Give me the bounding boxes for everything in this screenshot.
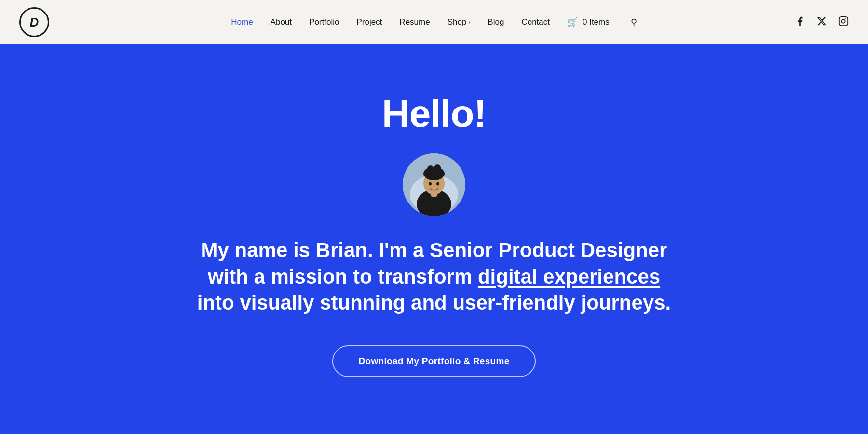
nav-home[interactable]: Home: [231, 17, 253, 27]
svg-point-10: [427, 165, 434, 175]
cart-label: 0 Items: [583, 17, 610, 27]
logo-letter: D: [30, 15, 39, 30]
nav-resume[interactable]: Resume: [399, 17, 430, 27]
main-nav: Home About Portfolio Project Resume Shop…: [231, 17, 637, 27]
download-button[interactable]: Download My Portfolio & Resume: [332, 345, 535, 377]
svg-point-1: [841, 19, 845, 23]
svg-point-12: [429, 182, 432, 186]
hero-underline-text: digital experiences: [478, 265, 660, 288]
shop-chevron-icon: ›: [468, 19, 470, 26]
svg-point-2: [845, 18, 846, 19]
cart-icon: 🛒: [567, 17, 578, 27]
nav-project[interactable]: Project: [356, 17, 382, 27]
logo-area: D: [19, 7, 49, 37]
header: D Home About Portfolio Project Resume Sh…: [0, 0, 868, 44]
nav-shop[interactable]: Shop ›: [448, 17, 471, 27]
social-links: [795, 16, 849, 29]
svg-rect-0: [839, 16, 848, 25]
nav-about[interactable]: About: [271, 17, 292, 27]
nav-contact[interactable]: Contact: [521, 17, 550, 27]
instagram-icon[interactable]: [838, 16, 849, 29]
cart-group[interactable]: 🛒 0 Items: [567, 17, 610, 27]
facebook-icon[interactable]: [795, 16, 805, 29]
avatar: [403, 153, 465, 216]
logo-circle[interactable]: D: [19, 7, 49, 37]
hero-description: My name is Brian. I'm a Senior Product D…: [193, 237, 675, 316]
search-icon[interactable]: ⚲: [631, 17, 637, 27]
svg-point-11: [434, 164, 441, 174]
twitter-x-icon[interactable]: [817, 16, 827, 28]
svg-point-13: [436, 182, 439, 186]
nav-portfolio[interactable]: Portfolio: [309, 17, 339, 27]
nav-blog[interactable]: Blog: [488, 17, 504, 27]
hero-section: Hello! My name is Brian. I'm a: [0, 44, 868, 434]
hero-title: Hello!: [382, 92, 486, 136]
